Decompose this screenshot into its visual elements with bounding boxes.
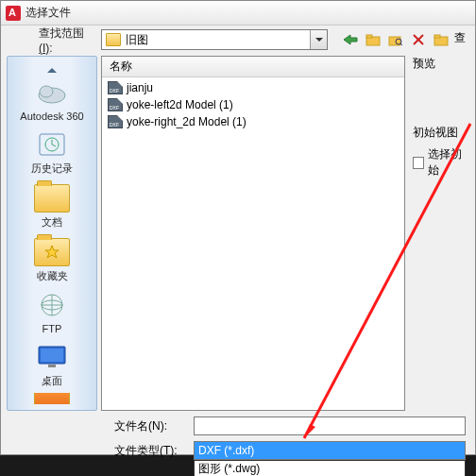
filetype-dropdown[interactable]: DXF (*.dxf) 图形 (*.dwg) 标准 (*.dws) DXF (*…	[194, 441, 466, 460]
center-area: 名称 jianju yoke-left2d Model (1) yoke-rig…	[101, 56, 469, 411]
preview-section: 预览	[413, 56, 469, 72]
dxf-file-icon	[108, 115, 123, 128]
app-icon	[6, 6, 21, 21]
sidebar-item-favorites[interactable]: 收藏夹	[12, 234, 92, 286]
sidebar-item-label: Autodesk 360	[20, 110, 83, 122]
history-icon	[34, 129, 70, 160]
dxf-file-icon	[108, 98, 123, 111]
sidebar-item-label: 收藏夹	[37, 269, 68, 283]
up-folder-icon[interactable]	[364, 30, 382, 49]
initialview-checkbox[interactable]: 选择初始	[413, 146, 469, 178]
file-list[interactable]: 名称 jianju yoke-left2d Model (1) yoke-rig…	[101, 56, 405, 411]
lookin-value: 旧图	[126, 32, 148, 48]
documents-icon	[34, 183, 70, 213]
dropdown-arrow-icon[interactable]	[310, 30, 327, 49]
filetype-label: 文件类型(T):	[114, 443, 188, 459]
sidebar-item-label: 历史记录	[31, 162, 73, 176]
lookin-dropdown[interactable]: 旧图	[101, 29, 328, 50]
sidebar-item-history[interactable]: 历史记录	[12, 127, 92, 178]
sidebar-item-ftp[interactable]: FTP	[12, 288, 92, 337]
sidebar-scroll-up[interactable]	[12, 62, 92, 74]
sidebar-item-partial[interactable]	[12, 393, 92, 404]
desktop-icon	[34, 342, 70, 372]
file-row[interactable]: jianju	[106, 79, 400, 96]
folder-icon	[106, 33, 121, 46]
favorites-icon	[34, 237, 70, 267]
filename-label: 文件名(N):	[114, 418, 188, 434]
lookin-toolbar: 查找范围(I): 旧图 查	[1, 26, 475, 54]
filetype-selected: DXF (*.dxf)	[195, 442, 465, 459]
right-pane: 预览 初始视图 选择初始	[405, 56, 469, 411]
sidebar-item-label: FTP	[42, 323, 62, 334]
ftp-icon	[34, 291, 70, 321]
filename-input[interactable]	[194, 416, 466, 435]
search-folder-icon[interactable]	[386, 30, 405, 49]
bottom-area: 文件名(N): 文件类型(T): DXF (*.dxf) 图形 (*.dwg) …	[1, 413, 475, 464]
filetype-options-list: 图形 (*.dwg) 标准 (*.dws) DXF (*.dxf) 图形样板 (…	[194, 460, 466, 476]
dialog-title: 选择文件	[26, 5, 71, 21]
filetype-row: 文件类型(T): DXF (*.dxf) 图形 (*.dwg) 标准 (*.dw…	[114, 441, 466, 460]
svg-point-10	[40, 86, 53, 97]
file-row[interactable]: yoke-left2d Model (1)	[106, 96, 400, 113]
filename-row: 文件名(N):	[114, 416, 466, 435]
back-icon[interactable]	[341, 30, 360, 49]
sidebar-item-desktop[interactable]: 桌面	[12, 339, 92, 391]
lookin-label: 查找范围(I):	[39, 26, 94, 55]
svg-rect-8	[434, 35, 440, 38]
folder-icon	[34, 393, 70, 404]
toolbar-icons: 查	[341, 30, 466, 49]
dxf-file-icon	[108, 81, 123, 94]
file-list-body[interactable]: jianju yoke-left2d Model (1) yoke-right_…	[102, 77, 404, 410]
initialview-section: 初始视图 选择初始	[413, 125, 469, 178]
titlebar[interactable]: 选择文件	[1, 1, 475, 26]
checkbox-icon[interactable]	[413, 157, 424, 169]
sidebar-item-documents[interactable]: 文档	[12, 180, 92, 232]
file-name: jianju	[127, 81, 153, 94]
delete-icon[interactable]	[409, 30, 428, 49]
sidebar-item-label: 文档	[42, 215, 62, 230]
cloud-icon	[34, 78, 70, 109]
checkbox-label: 选择初始	[428, 146, 469, 178]
svg-rect-21	[48, 365, 56, 367]
main-area: Autodesk 360 历史记录 文档 收藏夹 FTP 桌面	[1, 54, 475, 413]
initialview-label: 初始视图	[413, 125, 469, 141]
column-header-name[interactable]: 名称	[102, 57, 404, 77]
preview-label: 预览	[413, 56, 469, 72]
file-row[interactable]: yoke-right_2d Model (1)	[106, 113, 400, 130]
file-dialog: 选择文件 查找范围(I): 旧图 查 Autodesk 360 历史	[0, 0, 476, 455]
search-label[interactable]: 查	[454, 30, 466, 49]
svg-rect-20	[41, 348, 63, 362]
filetype-option[interactable]: 图形 (*.dwg)	[195, 461, 465, 476]
new-folder-icon[interactable]	[432, 30, 450, 49]
sidebar-item-autodesk360[interactable]: Autodesk 360	[12, 76, 92, 125]
places-sidebar: Autodesk 360 历史记录 文档 收藏夹 FTP 桌面	[7, 56, 97, 411]
file-name: yoke-left2d Model (1)	[127, 98, 233, 111]
file-name: yoke-right_2d Model (1)	[127, 115, 246, 128]
sidebar-item-label: 桌面	[42, 374, 62, 388]
svg-rect-1	[366, 35, 372, 38]
